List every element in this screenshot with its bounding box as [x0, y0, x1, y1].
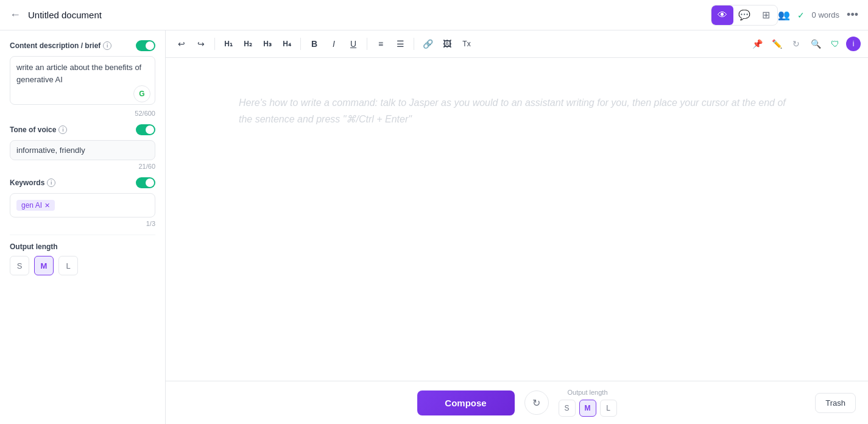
- word-count-check-icon: ✓: [797, 10, 805, 20]
- tone-of-voice-header: Tone of voice i: [10, 124, 155, 135]
- editor-content[interactable]: Here's how to write a command: talk to J…: [166, 58, 868, 381]
- bottom-size-options: S M L: [559, 400, 617, 417]
- editor-placeholder: Here's how to write a command: talk to J…: [239, 94, 795, 127]
- content-description-field-wrap: write an article about the benefits of g…: [10, 56, 155, 107]
- refresh-button[interactable]: ↻: [524, 390, 549, 415]
- pin-icon-button[interactable]: 📌: [749, 35, 766, 52]
- keyword-remove-btn[interactable]: ✕: [44, 202, 50, 210]
- trash-button[interactable]: Trash: [815, 393, 856, 413]
- document-title: Untitled document: [28, 10, 711, 20]
- content-description-counter: 52/600: [10, 110, 155, 117]
- tone-of-voice-label: Tone of voice i: [10, 125, 67, 134]
- image-button[interactable]: 🖼: [439, 35, 456, 52]
- keyword-tag-gen-ai: gen AI ✕: [16, 200, 55, 211]
- toolbar-right: 📌 ✏️ ↻ 🔍 🛡 i: [749, 35, 861, 52]
- word-count: 0 words: [812, 10, 840, 19]
- output-size-m[interactable]: M: [34, 256, 54, 275]
- undo-button[interactable]: ↩: [173, 35, 190, 52]
- ordered-list-button[interactable]: ≡: [372, 35, 389, 52]
- compose-button[interactable]: Compose: [417, 390, 515, 415]
- edit-icon-button[interactable]: ✏️: [768, 35, 785, 52]
- h4-button[interactable]: H₄: [278, 35, 295, 52]
- keywords-info-icon[interactable]: i: [47, 178, 55, 187]
- search-icon-button[interactable]: 🔍: [807, 35, 824, 52]
- bottom-output-length: Output length S M L: [559, 389, 617, 417]
- tone-of-voice-info-icon[interactable]: i: [58, 125, 67, 134]
- top-header: ← Untitled document 👁 💬 ⊞ 👥 ✓ 0 words ••…: [0, 0, 868, 30]
- output-length-section: Output length S M L: [10, 242, 155, 275]
- users-icon: 👥: [778, 9, 790, 21]
- left-sidebar: Content description / brief i write an a…: [0, 30, 166, 424]
- tone-of-voice-input[interactable]: [10, 140, 155, 160]
- keywords-toggle[interactable]: [136, 177, 155, 188]
- more-button[interactable]: •••: [847, 9, 858, 21]
- h1-button[interactable]: H₁: [220, 35, 237, 52]
- tab-group: 👁 💬 ⊞: [711, 5, 778, 26]
- h3-button[interactable]: H₃: [259, 35, 276, 52]
- underline-button[interactable]: U: [345, 35, 362, 52]
- info-icon-button[interactable]: i: [846, 37, 861, 51]
- h2-button[interactable]: H₂: [239, 35, 256, 52]
- grammarly-badge: G: [133, 85, 150, 102]
- italic-button[interactable]: I: [325, 35, 342, 52]
- shield-icon-button[interactable]: 🛡: [827, 35, 844, 52]
- back-button[interactable]: ←: [10, 9, 21, 21]
- unordered-list-button[interactable]: ☰: [392, 35, 409, 52]
- view-tabs: 👁 💬 ⊞: [711, 5, 778, 26]
- link-button[interactable]: 🔗: [419, 35, 436, 52]
- toolbar: ↩ ↪ H₁ H₂ H₃ H₄ B I U ≡ ☰ 🔗 🖼 Tx 📌 ✏️ ↻ …: [166, 30, 868, 58]
- tab-layout[interactable]: ⊞: [755, 5, 777, 25]
- content-description-toggle[interactable]: [136, 40, 155, 51]
- content-description-header: Content description / brief i: [10, 40, 155, 51]
- output-size-options: S M L: [10, 256, 155, 275]
- tone-of-voice-counter: 21/60: [10, 163, 155, 170]
- toolbar-separator-3: [367, 38, 367, 50]
- output-size-s[interactable]: S: [10, 256, 29, 275]
- output-size-l[interactable]: L: [58, 256, 78, 275]
- keywords-header: Keywords i: [10, 177, 155, 188]
- keywords-counter: 1/3: [10, 220, 155, 227]
- keywords-label: Keywords i: [10, 178, 55, 187]
- toolbar-separator-1: [214, 38, 215, 50]
- header-right: 👥 ✓ 0 words •••: [778, 9, 858, 21]
- clear-format-button[interactable]: Tx: [458, 35, 475, 52]
- content-description-label: Content description / brief i: [10, 41, 111, 50]
- toolbar-separator-2: [300, 38, 301, 50]
- bottom-size-m[interactable]: M: [579, 400, 596, 417]
- tone-of-voice-toggle[interactable]: [136, 124, 155, 135]
- editor-area: ↩ ↪ H₁ H₂ H₃ H₄ B I U ≡ ☰ 🔗 🖼 Tx 📌 ✏️ ↻ …: [166, 30, 868, 424]
- main-layout: Content description / brief i write an a…: [0, 30, 868, 424]
- toolbar-separator-4: [414, 38, 414, 50]
- section-divider: [10, 235, 155, 235]
- tab-preview[interactable]: 👁: [711, 5, 733, 25]
- bottom-size-s[interactable]: S: [559, 400, 576, 417]
- bottom-output-label: Output length: [567, 389, 607, 396]
- bold-button[interactable]: B: [306, 35, 323, 52]
- tab-chat[interactable]: 💬: [733, 5, 755, 25]
- redo-button[interactable]: ↪: [192, 35, 210, 52]
- keywords-area: gen AI ✕: [10, 193, 155, 217]
- keyword-tag-label: gen AI: [21, 201, 42, 210]
- bottom-size-l[interactable]: L: [600, 400, 617, 417]
- output-length-label: Output length: [10, 242, 155, 251]
- bottom-bar: Compose ↻ Output length S M L Trash: [166, 381, 868, 424]
- refresh-icon-button[interactable]: ↻: [788, 35, 805, 52]
- content-description-info-icon[interactable]: i: [103, 41, 111, 50]
- content-description-input[interactable]: write an article about the benefits of g…: [10, 56, 155, 105]
